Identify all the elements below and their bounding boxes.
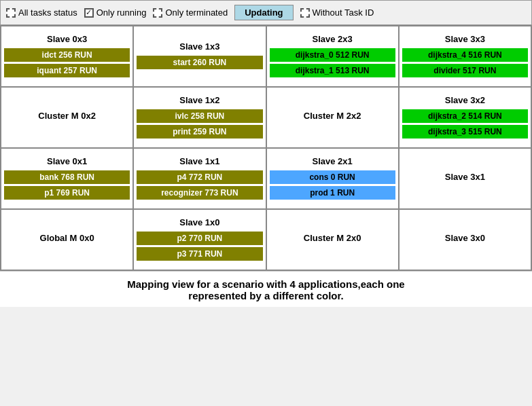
task-row-2x1-1: prod 1 RUN — [270, 186, 395, 200]
task-row-3x2-1: dijkstra_3 515 RUN — [402, 125, 528, 139]
task-row-1x2-0: ivlc 258 RUN — [137, 109, 262, 123]
cell-title-1x2: Slave 1x2 — [179, 95, 219, 105]
cell-title-1x3: Slave 1x3 — [179, 41, 219, 52]
cell-title-2x0: Cluster M 2x0 — [304, 233, 361, 243]
task-row-2x3-1: dijkstra_1 513 RUN — [270, 64, 395, 77]
without-task-id-item[interactable]: Without Task ID — [300, 7, 374, 18]
main-container: All tasks status Only running Only termi… — [0, 0, 532, 307]
cell-title-2x3: Slave 2x3 — [312, 34, 352, 44]
grid: Slave 0x3idct 256 RUNiquant 257 RUNSlave… — [0, 25, 532, 271]
caption-line1: Mapping view for a scenario with 4 appli… — [14, 278, 518, 290]
task-row-1x3-0: start 260 RUN — [137, 56, 262, 69]
grid-cell-1x0: Slave 1x0p2 770 RUNp3 771 RUN — [134, 210, 266, 271]
cell-title-0x3: Slave 0x3 — [47, 34, 87, 44]
grid-cell-0x2: Cluster M 0x2 — [1, 88, 134, 149]
cell-title-2x2: Cluster M 2x2 — [304, 111, 361, 121]
grid-cell-1x2: Slave 1x2ivlc 258 RUNprint 259 RUN — [134, 88, 266, 149]
cell-title-0x0: Global M 0x0 — [40, 233, 94, 243]
all-tasks-checkbox[interactable] — [6, 8, 16, 18]
caption: Mapping view for a scenario with 4 appli… — [0, 271, 532, 307]
grid-cell-1x1: Slave 1x1p4 772 RUNrecognizer 773 RUN — [134, 149, 266, 210]
cell-title-3x2: Slave 3x2 — [445, 95, 485, 105]
grid-cell-0x1: Slave 0x1bank 768 RUNp1 769 RUN — [1, 149, 134, 210]
grid-cell-2x1: Slave 2x1cons 0 RUNprod 1 RUN — [267, 149, 400, 210]
only-running-item[interactable]: Only running — [84, 7, 147, 18]
task-row-0x1-0: bank 768 RUN — [4, 170, 130, 184]
cell-title-1x1: Slave 1x1 — [179, 156, 219, 166]
without-task-id-label: Without Task ID — [313, 7, 374, 18]
cell-title-3x3: Slave 3x3 — [445, 34, 485, 44]
task-row-1x0-1: p3 771 RUN — [137, 247, 262, 261]
task-row-3x3-1: divider 517 RUN — [402, 64, 528, 77]
task-row-2x3-0: dijkstra_0 512 RUN — [270, 48, 395, 62]
only-terminated-item[interactable]: Only terminated — [153, 7, 228, 18]
grid-cell-2x2: Cluster M 2x2 — [267, 88, 400, 149]
caption-line2: represented by a different color. — [14, 290, 518, 301]
grid-cell-2x0: Cluster M 2x0 — [267, 210, 400, 271]
only-running-checkbox[interactable] — [84, 8, 94, 18]
grid-cell-0x0: Global M 0x0 — [1, 210, 134, 271]
grid-cell-3x3: Slave 3x3dijkstra_4 516 RUNdivider 517 R… — [400, 26, 532, 88]
task-row-1x0-0: p2 770 RUN — [137, 232, 262, 245]
cell-title-3x0: Slave 3x0 — [445, 233, 485, 243]
without-task-id-checkbox[interactable] — [300, 8, 310, 18]
task-row-0x1-1: p1 769 RUN — [4, 186, 130, 200]
cell-title-1x0: Slave 1x0 — [179, 217, 219, 227]
all-tasks-item[interactable]: All tasks status — [6, 7, 77, 18]
grid-cell-2x3: Slave 2x3dijkstra_0 512 RUNdijkstra_1 51… — [267, 26, 400, 88]
task-row-1x2-1: print 259 RUN — [137, 125, 262, 139]
toolbar: All tasks status Only running Only termi… — [0, 0, 532, 25]
cell-title-3x1: Slave 3x1 — [445, 172, 485, 182]
grid-cell-0x3: Slave 0x3idct 256 RUNiquant 257 RUN — [1, 26, 134, 88]
only-running-label: Only running — [96, 7, 147, 18]
grid-cell-3x0: Slave 3x0 — [400, 210, 532, 271]
all-tasks-label: All tasks status — [18, 7, 77, 18]
grid-cell-1x3: Slave 1x3start 260 RUN — [134, 26, 266, 88]
task-row-2x1-0: cons 0 RUN — [270, 170, 395, 184]
task-row-3x2-0: dijkstra_2 514 RUN — [402, 109, 528, 123]
cell-title-2x1: Slave 2x1 — [312, 156, 352, 166]
task-row-3x3-0: dijkstra_4 516 RUN — [402, 48, 528, 62]
task-row-0x3-0: idct 256 RUN — [4, 48, 130, 62]
cell-title-0x2: Cluster M 0x2 — [38, 111, 96, 121]
task-row-0x3-1: iquant 257 RUN — [4, 64, 130, 77]
only-terminated-checkbox[interactable] — [153, 8, 162, 18]
only-terminated-label: Only terminated — [165, 7, 228, 18]
task-row-1x1-0: p4 772 RUN — [137, 170, 262, 184]
grid-cell-3x2: Slave 3x2dijkstra_2 514 RUNdijkstra_3 51… — [400, 88, 532, 149]
cell-title-0x1: Slave 0x1 — [47, 156, 87, 166]
updating-button[interactable]: Updating — [234, 5, 293, 20]
grid-cell-3x1: Slave 3x1 — [400, 149, 532, 210]
task-row-1x1-1: recognizer 773 RUN — [137, 186, 262, 200]
